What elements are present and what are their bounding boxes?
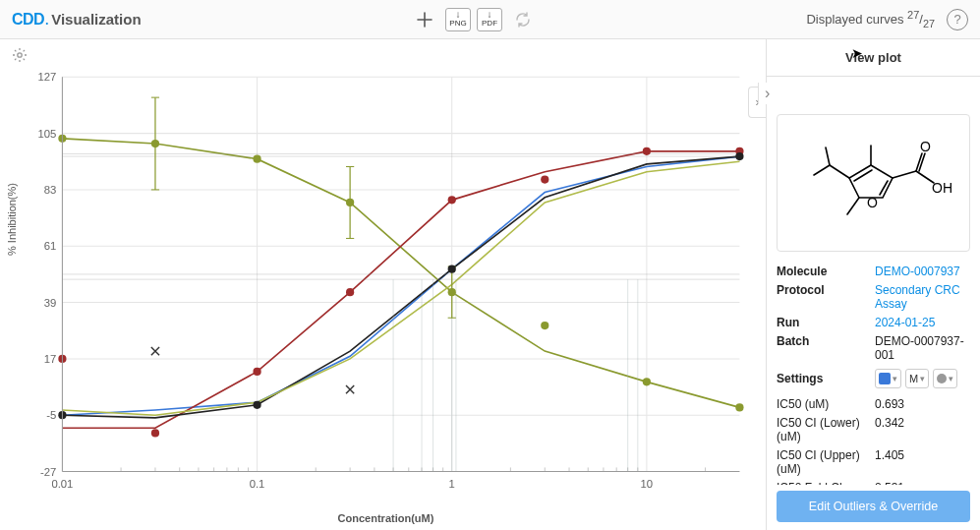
property-value[interactable]: Secondary CRC Assay — [875, 283, 970, 311]
download-icon: ↓ — [488, 11, 492, 19]
y-axis-label: % Inhibition(%) — [6, 183, 18, 256]
settings-row: Settings ▾ M▾ ▾ — [777, 366, 970, 390]
svg-text:O: O — [920, 139, 931, 154]
dose-response-chart[interactable]: 12710583613917-5-27 0.010.1110 — [12, 67, 760, 522]
download-icon: ↓ — [456, 11, 461, 19]
svg-text:0.1: 0.1 — [250, 478, 265, 490]
chart-panel: % Inhibition(%) Concentration(uM) 127105… — [0, 39, 766, 530]
svg-point-54 — [253, 155, 260, 163]
top-toolbar: CDD. Visualization ↓ PNG ↓ PDF Displayed… — [0, 0, 980, 39]
logo-suffix: Visualization — [51, 11, 141, 28]
svg-text:0.01: 0.01 — [51, 478, 73, 490]
svg-text:39: 39 — [44, 297, 57, 309]
properties-list: MoleculeDEMO-0007937ProtocolSecondary CR… — [767, 256, 980, 485]
plus-icon — [416, 11, 433, 29]
property-label: Protocol — [777, 283, 875, 311]
property-label: IC50 CI (Lower) (uM) — [777, 416, 875, 443]
property-row: IC50 Fold Change2.531 — [777, 478, 970, 485]
property-row: ProtocolSecondary CRC Assay — [777, 280, 970, 313]
svg-text:61: 61 — [44, 240, 57, 252]
svg-text:O: O — [867, 195, 878, 210]
export-png-button[interactable]: ↓ PNG — [445, 8, 471, 31]
app-logo: CDD. Visualization — [12, 9, 142, 29]
svg-point-63 — [541, 322, 548, 329]
svg-point-75 — [253, 401, 260, 409]
svg-point-0 — [18, 53, 22, 57]
property-value: 2.531 — [875, 481, 970, 486]
svg-point-72 — [643, 147, 651, 155]
property-row: Run2024-01-25 — [777, 313, 970, 331]
property-label: Run — [777, 316, 875, 329]
property-row: MoleculeDEMO-0007937 — [777, 262, 970, 280]
refresh-button[interactable] — [509, 6, 537, 33]
logo-dot: . — [44, 9, 49, 29]
svg-point-53 — [151, 140, 159, 147]
property-value: 1.405 — [875, 448, 970, 476]
property-label: IC50 (uM) — [777, 397, 875, 411]
svg-point-70 — [448, 196, 456, 204]
next-plot-button[interactable]: › — [758, 83, 972, 104]
property-value: 0.693 — [875, 397, 970, 411]
gear-icon — [12, 47, 28, 63]
molecule-structure: O O OH — [777, 114, 970, 252]
property-label: IC50 CI (Upper) (uM) — [777, 448, 875, 476]
details-panel: View plot ‹ / 27 › — [766, 39, 980, 530]
svg-text:-5: -5 — [46, 409, 56, 421]
x-axis-label: Concentration(uM) — [338, 512, 434, 524]
svg-point-71 — [541, 175, 548, 183]
displayed-curves-label: Displayed curves 27/27 — [806, 9, 935, 29]
svg-point-68 — [253, 368, 260, 376]
svg-point-69 — [346, 288, 354, 296]
svg-point-62 — [448, 288, 456, 296]
svg-text:1: 1 — [449, 478, 455, 490]
property-row: IC50 CI (Upper) (uM)1.405 — [777, 445, 970, 478]
logo-brand: CDD — [12, 11, 44, 29]
settings-label: Settings — [777, 372, 875, 385]
svg-point-77 — [735, 152, 743, 160]
property-value: DEMO-0007937-001 — [875, 334, 970, 362]
svg-point-67 — [151, 429, 159, 437]
dot-icon — [937, 374, 947, 383]
chart-settings-button[interactable] — [12, 47, 28, 66]
property-value[interactable]: 2024-01-25 — [875, 316, 970, 329]
refresh-icon — [515, 12, 531, 28]
svg-text:105: 105 — [37, 128, 56, 140]
style-select[interactable]: ▾ — [933, 369, 957, 388]
help-button[interactable]: ? — [947, 9, 968, 30]
svg-text:127: 127 — [37, 71, 56, 83]
export-pdf-button[interactable]: ↓ PDF — [477, 8, 502, 31]
panel-title: View plot — [767, 39, 980, 77]
property-row: IC50 (uM)0.693 — [777, 394, 970, 413]
property-value: 0.342 — [875, 416, 970, 443]
svg-point-65 — [735, 403, 743, 411]
svg-point-58 — [346, 199, 354, 206]
svg-text:OH: OH — [932, 180, 952, 196]
property-label: Molecule — [777, 265, 875, 278]
svg-text:10: 10 — [641, 478, 654, 490]
color-swatch — [879, 373, 891, 384]
question-icon: ? — [953, 12, 960, 27]
property-label: IC50 Fold Change — [777, 481, 875, 486]
property-row: IC50 CI (Lower) (uM)0.342 — [777, 413, 970, 445]
svg-text:83: 83 — [44, 184, 57, 196]
svg-point-76 — [448, 265, 456, 273]
edit-outliers-button[interactable]: Edit Outliers & Override — [777, 491, 970, 522]
plot-pager: ‹ / 27 › — [767, 77, 980, 110]
property-label: Batch — [777, 334, 875, 362]
svg-text:17: 17 — [44, 353, 57, 365]
add-button[interactable] — [411, 6, 438, 33]
color-select[interactable]: ▾ — [875, 369, 901, 388]
marker-select[interactable]: M▾ — [905, 369, 929, 388]
property-value[interactable]: DEMO-0007937 — [875, 265, 970, 278]
property-row: BatchDEMO-0007937-001 — [777, 331, 970, 364]
molecule-icon: O O OH — [790, 124, 957, 242]
svg-point-64 — [643, 378, 651, 385]
svg-text:-27: -27 — [40, 466, 56, 478]
